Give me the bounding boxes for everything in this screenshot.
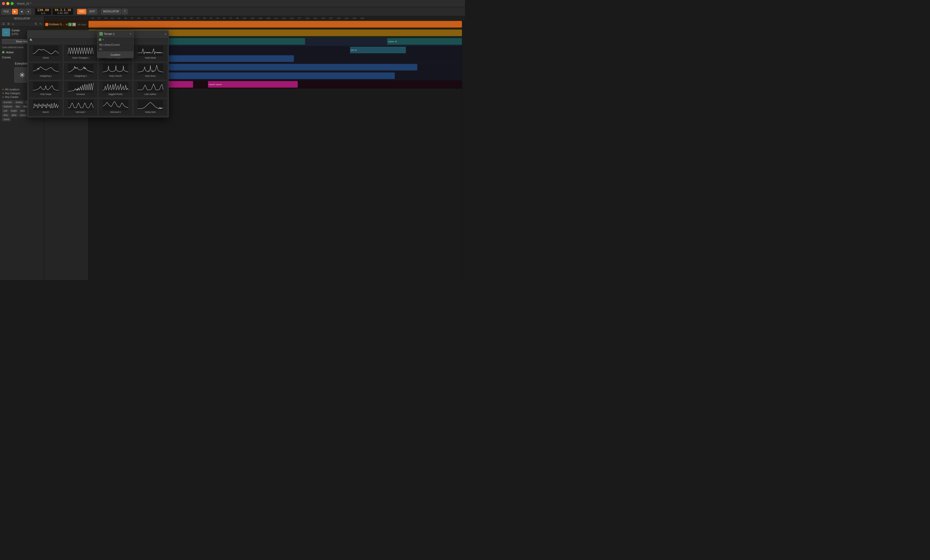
- active-indicator: [2, 51, 5, 54]
- curve-mirrored-1-label: Mirrored I: [76, 111, 86, 114]
- modulator-header: MODULATOR: [0, 16, 44, 21]
- terrain-add-button[interactable]: +: [102, 38, 104, 41]
- curve-harm-tri-1-preview: [65, 46, 97, 56]
- svg-rect-10: [33, 82, 59, 92]
- curve-item-jagged-rocks[interactable]: Jagged Rocks: [98, 81, 133, 98]
- modulator-button[interactable]: MODULATOR: [101, 9, 121, 14]
- filter-star-icon-3: ✳: [2, 96, 4, 98]
- terrain-dot: [99, 38, 101, 41]
- maximize-button[interactable]: [11, 2, 14, 5]
- tag-rhythmic[interactable]: rhythmic: [2, 105, 14, 108]
- terrain-close-button[interactable]: ×: [129, 32, 131, 35]
- curve-item-hedgehog-2[interactable]: Hedgehog II: [63, 62, 98, 80]
- terrain-confirm-button[interactable]: Confirm: [97, 52, 134, 58]
- track-mute-kickbass[interactable]: [66, 23, 68, 26]
- clip-kaputte-2[interactable]: kaputte sparse: [208, 81, 298, 87]
- list-icon[interactable]: ☰: [2, 22, 6, 26]
- curve-item-moby-dick[interactable]: Moby Dick: [133, 98, 168, 116]
- track-label-kickbass[interactable]: Kickbass Group S M No input: [44, 20, 88, 29]
- curve-jagged-rocks-label: Jagged Rocks: [108, 93, 123, 95]
- curve-moby-dick-preview: [134, 100, 166, 110]
- filter-star-icon: ✳: [2, 88, 4, 91]
- record-button[interactable]: ●: [26, 9, 31, 14]
- track-solo-kickbass[interactable]: S: [68, 23, 72, 26]
- tag-bright[interactable]: bright: [9, 109, 18, 113]
- tempo-display[interactable]: 130.00 4/4: [35, 8, 51, 15]
- stop-button[interactable]: ■: [19, 9, 25, 14]
- curve-item-holy-stupa[interactable]: Holy Stupa: [29, 81, 63, 98]
- clip-ohh-1[interactable]: ohh #1: [350, 47, 406, 53]
- curve-holy-stupa-label: Holy Stupa: [40, 93, 51, 95]
- grid-icon[interactable]: ⊞: [6, 22, 10, 26]
- curve-late-spikes-label: Late Spikes: [144, 93, 156, 95]
- curve-holy-mosc-preview: [134, 64, 166, 74]
- curve-item-holy-church[interactable]: Holy Church: [98, 62, 133, 80]
- tag-dark[interactable]: dark: [19, 109, 26, 113]
- svg-rect-5: [138, 46, 163, 56]
- tag-soft[interactable]: soft: [2, 109, 9, 113]
- curve-mirrored-2-label: Mirrored II: [110, 111, 120, 114]
- tag-acoustic[interactable]: acoustic: [2, 100, 13, 104]
- terrain-header: Terrain 1 ×: [97, 31, 134, 37]
- arrange-scrollbar[interactable]: [462, 20, 465, 280]
- curve-holy-mosc-label: Holy Mosc: [145, 75, 156, 77]
- track-icon-kickbass: [45, 23, 48, 26]
- toolbar: FILE ▶ ■ ● 130.00 4/4 99.3.2.36 3:02.003…: [0, 7, 465, 16]
- cursor-icon[interactable]: ↖: [38, 22, 42, 26]
- curve-hedgehog-2-preview: [65, 64, 97, 74]
- clips-row-kickbass: [88, 20, 462, 29]
- minimize-button[interactable]: [6, 2, 9, 5]
- curve-hedgehog-2-label: Hedgehog II: [74, 75, 87, 77]
- curve-late-spikes-preview: [134, 82, 166, 92]
- curve-item-holy-mosc[interactable]: Holy Mosc: [133, 62, 168, 80]
- help-button[interactable]: ?: [122, 9, 128, 14]
- curve-ghost-preview: [30, 46, 62, 56]
- curve-item-march[interactable]: March: [29, 98, 63, 116]
- tag-dirty[interactable]: dirty: [2, 114, 9, 117]
- curve-moby-dick-label: Moby Dick: [145, 111, 156, 114]
- modal-close-button[interactable]: ×: [165, 32, 166, 36]
- traffic-lights: [2, 2, 14, 5]
- curve-ghost-label: Ghost: [43, 57, 49, 59]
- terrain-search-input[interactable]: lfo: [97, 47, 134, 52]
- curve-item-mirrored-1[interactable]: Mirrored I: [63, 98, 98, 116]
- svg-rect-12: [103, 82, 128, 92]
- curve-item-ghost[interactable]: Ghost: [29, 44, 63, 62]
- tag-fast[interactable]: fast: [14, 105, 21, 108]
- svg-rect-6: [33, 64, 59, 74]
- curve-holy-church-preview: [100, 64, 131, 74]
- close-button[interactable]: [2, 2, 5, 5]
- edit-button[interactable]: EDIT: [88, 9, 97, 14]
- svg-rect-9: [138, 64, 163, 74]
- curve-item-hedgehog-1[interactable]: Hedgehog I: [29, 62, 63, 80]
- add-button[interactable]: ADD: [77, 9, 86, 14]
- curve-jagged-rocks-preview: [100, 82, 131, 92]
- curve-mirrored-2-preview: [100, 100, 131, 110]
- lines-icon[interactable]: ≡: [11, 22, 14, 26]
- curve-increase-preview: [65, 82, 97, 92]
- tag-glide[interactable]: glide: [10, 114, 18, 117]
- curve-item-harm-tri-1[interactable]: Harm-Triangles I: [63, 44, 98, 62]
- play-button[interactable]: ▶: [12, 9, 18, 14]
- svg-rect-15: [68, 100, 94, 110]
- file-button[interactable]: FILE: [2, 9, 11, 14]
- window-title: frosch_21 *: [17, 2, 31, 5]
- position-display[interactable]: 99.3.2.36 3:02.003: [52, 8, 73, 15]
- curve-item-increase[interactable]: Increase: [63, 81, 98, 98]
- tag-analog[interactable]: analog: [14, 100, 24, 104]
- curve-item-late-spikes[interactable]: Late Spikes: [133, 81, 168, 98]
- clip-kickbass-main[interactable]: [88, 21, 462, 28]
- modulator-icons: ☰ ⊞ ≡ ⇅ ↖: [0, 21, 44, 27]
- curve-item-heart-beat[interactable]: Heart Beat: [133, 44, 168, 62]
- active-label: Active: [6, 51, 14, 54]
- tag-chord[interactable]: chord: [2, 118, 11, 121]
- clip-glocken[interactable]: Glocken: [156, 64, 417, 71]
- modal-search-icon: 🔍: [29, 38, 33, 42]
- curve-heart-beat-preview: [134, 46, 166, 56]
- curve-item-mirrored-2[interactable]: Mirrored II: [98, 98, 133, 116]
- curve-march-label: March: [42, 111, 49, 114]
- sort-icon[interactable]: ⇅: [34, 22, 38, 26]
- tag-mono[interactable]: mono: [19, 114, 28, 117]
- clip-shaker-3[interactable]: shaker #3: [387, 38, 462, 45]
- track-monitor-kickbass[interactable]: M: [72, 23, 76, 26]
